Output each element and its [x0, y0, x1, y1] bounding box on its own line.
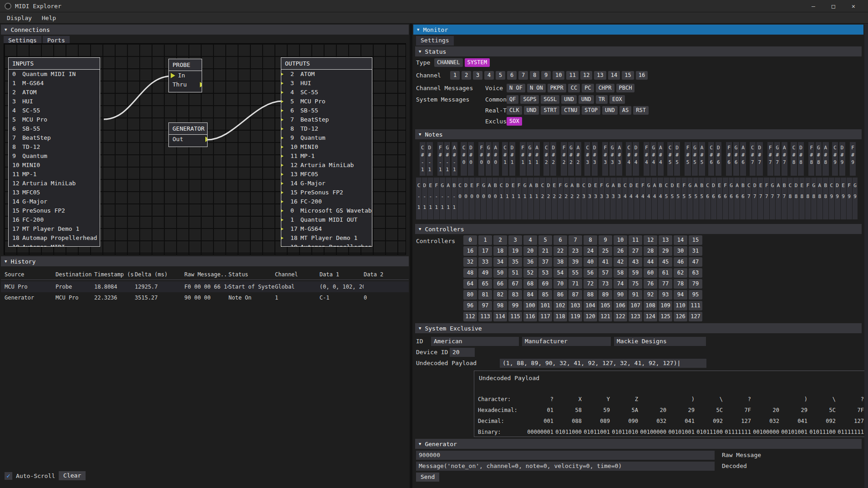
probe-node[interactable]: PROBE In Thru: [168, 59, 202, 92]
controller-button-74[interactable]: 74: [614, 279, 627, 289]
channel-button-12[interactable]: 12: [580, 71, 592, 80]
note-key-D8[interactable]: D8: [793, 178, 799, 219]
outputs-node[interactable]: OUTPUTS 2ATOM3HUI4SC-555MCU Pro6SB-557Be…: [281, 57, 372, 247]
controller-button-17[interactable]: 17: [478, 246, 492, 256]
sysex-id-type-field[interactable]: Manufacturer: [522, 337, 611, 346]
message-button-pbch[interactable]: PBCH: [616, 84, 635, 92]
note-key-G9[interactable]: G9: [853, 178, 858, 219]
auto-scroll-checkbox[interactable]: ✓: [5, 472, 12, 480]
port-pin-icon[interactable]: [281, 217, 284, 223]
note-key-F#0[interactable]: F#0: [478, 142, 484, 176]
controller-button-21[interactable]: 21: [538, 246, 552, 256]
controller-button-47[interactable]: 47: [689, 257, 702, 267]
note-key-C9[interactable]: C9: [829, 178, 834, 219]
controller-button-99[interactable]: 99: [508, 301, 522, 310]
note-key-G#5[interactable]: G#5: [692, 142, 698, 176]
note-key-F#4[interactable]: F#4: [644, 142, 650, 176]
controller-button-2[interactable]: 2: [493, 235, 507, 245]
controller-button-108[interactable]: 108: [644, 301, 657, 310]
message-button-sox[interactable]: SOX: [507, 117, 522, 126]
controller-button-33[interactable]: 33: [478, 257, 492, 267]
note-key-C0[interactable]: C0: [457, 178, 463, 219]
note-key-B4[interactable]: B4: [658, 178, 663, 219]
note-key-D3[interactable]: D3: [587, 178, 593, 219]
note-key-D1[interactable]: D1: [504, 178, 510, 219]
input-port-row[interactable]: 19Automap MIDI: [9, 243, 100, 247]
controller-button-82[interactable]: 82: [493, 290, 507, 300]
note-key-F#2[interactable]: F#2: [561, 142, 567, 176]
monitor-header[interactable]: ▼ Monitor: [413, 25, 863, 35]
controller-button-71[interactable]: 71: [569, 279, 582, 289]
input-port-row[interactable]: 8TD-12: [9, 142, 100, 152]
input-port-row[interactable]: 4SC-55: [9, 106, 100, 115]
note-key-C#-1[interactable]: C#-1: [420, 142, 426, 176]
message-button-eox[interactable]: EOX: [609, 95, 625, 104]
controller-button-109[interactable]: 109: [659, 301, 672, 310]
port-pin-icon[interactable]: [281, 226, 284, 232]
output-port-row[interactable]: 2ATOM: [281, 70, 372, 79]
tab-monitor-settings[interactable]: Settings: [416, 36, 454, 46]
controller-button-4[interactable]: 4: [523, 235, 537, 245]
node-editor[interactable]: INPUTS 0Quantum MIDI IN1M-GS642ATOM3HUI4…: [4, 43, 406, 255]
controller-button-55[interactable]: 55: [569, 268, 582, 278]
generator-node[interactable]: GENERATOR Out: [168, 122, 208, 147]
controller-button-43[interactable]: 43: [629, 257, 642, 267]
controller-button-44[interactable]: 44: [644, 257, 657, 267]
channel-button-15[interactable]: 15: [622, 71, 634, 80]
note-key-C#0[interactable]: C#0: [461, 142, 467, 176]
message-button-und[interactable]: UND: [524, 106, 539, 115]
generator-out-pin-icon[interactable]: [205, 137, 208, 142]
note-key-D6[interactable]: D6: [711, 178, 716, 219]
controller-button-76[interactable]: 76: [644, 279, 657, 289]
controller-button-88[interactable]: 88: [584, 290, 597, 300]
note-key-D-1[interactable]: D-1: [422, 178, 427, 219]
output-port-row[interactable]: 17M-GS64: [281, 224, 372, 234]
note-key-D#7[interactable]: D#7: [756, 142, 762, 176]
message-button-chpr[interactable]: CHPR: [596, 84, 614, 92]
controllers-header[interactable]: ▼ Controllers: [415, 224, 862, 234]
note-key-F6[interactable]: F6: [723, 178, 728, 219]
note-key-D#1[interactable]: D#1: [509, 142, 515, 176]
message-button-tr[interactable]: TR: [596, 95, 608, 104]
note-key-A3[interactable]: A3: [610, 178, 616, 219]
channel-button-14[interactable]: 14: [608, 71, 620, 80]
generator-header[interactable]: ▼ Generator: [415, 439, 862, 449]
controller-button-13[interactable]: 13: [659, 235, 672, 245]
controller-button-92[interactable]: 92: [644, 290, 657, 300]
minimize-button[interactable]: —: [803, 0, 823, 12]
controller-button-118[interactable]: 118: [553, 312, 567, 321]
port-pin-icon[interactable]: [281, 90, 284, 95]
controller-button-63[interactable]: 63: [689, 268, 702, 278]
message-button-und[interactable]: UND: [579, 95, 594, 104]
note-key-A0[interactable]: A0: [487, 178, 492, 219]
controller-button-56[interactable]: 56: [584, 268, 597, 278]
controller-button-24[interactable]: 24: [584, 246, 597, 256]
port-pin-icon[interactable]: [281, 117, 284, 122]
note-key-C4[interactable]: C4: [622, 178, 628, 219]
note-key-A#3[interactable]: A#3: [616, 142, 622, 176]
controller-button-81[interactable]: 81: [478, 290, 492, 300]
controller-button-67[interactable]: 67: [508, 279, 522, 289]
note-key-F-1[interactable]: F-1: [434, 178, 439, 219]
message-button-ctnu[interactable]: CTNU: [561, 106, 580, 115]
input-port-row[interactable]: 9Quantum: [9, 152, 100, 161]
note-key-E5[interactable]: E5: [675, 178, 681, 219]
input-port-row[interactable]: 12Arturia MiniLab: [9, 179, 100, 188]
input-port-row[interactable]: 7BeatStep: [9, 133, 100, 142]
controller-button-49[interactable]: 49: [478, 268, 492, 278]
input-port-row[interactable]: 11MP-1: [9, 170, 100, 179]
controller-button-38[interactable]: 38: [553, 257, 567, 267]
input-port-row[interactable]: 16FC-200: [9, 215, 100, 224]
controller-button-121[interactable]: 121: [599, 312, 612, 321]
controller-button-69[interactable]: 69: [538, 279, 552, 289]
message-button-clk[interactable]: CLK: [507, 106, 522, 115]
clear-button[interactable]: Clear: [59, 471, 86, 480]
controller-button-94[interactable]: 94: [674, 290, 687, 300]
controller-button-40[interactable]: 40: [584, 257, 597, 267]
controller-button-45[interactable]: 45: [659, 257, 672, 267]
controller-button-37[interactable]: 37: [538, 257, 552, 267]
controller-button-15[interactable]: 15: [689, 235, 702, 245]
note-key-G#0[interactable]: G#0: [486, 142, 492, 176]
payload-field[interactable]: (1, 88, 89, 90, 32, 41, 92, 127, 32, 41,…: [500, 359, 706, 368]
controller-button-124[interactable]: 124: [644, 312, 657, 321]
